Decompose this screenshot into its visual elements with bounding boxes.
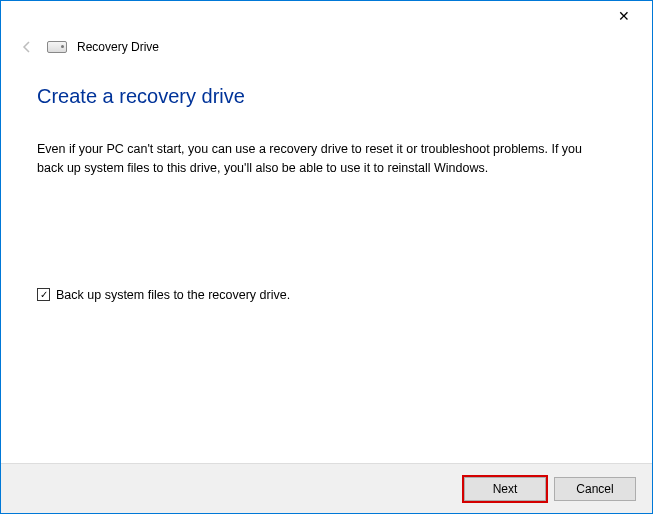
content-area: Create a recovery drive Even if your PC …	[1, 55, 652, 302]
wizard-title: Recovery Drive	[77, 40, 159, 54]
next-button[interactable]: Next	[464, 477, 546, 501]
wizard-footer: Next Cancel	[1, 463, 652, 513]
titlebar: ✕	[1, 1, 652, 31]
page-description: Even if your PC can't start, you can use…	[37, 140, 597, 178]
close-button[interactable]: ✕	[604, 1, 644, 31]
checkmark-icon: ✓	[40, 290, 48, 300]
backup-checkbox[interactable]: ✓	[37, 288, 50, 301]
backup-checkbox-row[interactable]: ✓ Back up system files to the recovery d…	[37, 288, 616, 302]
backup-checkbox-label: Back up system files to the recovery dri…	[56, 288, 290, 302]
back-arrow-icon	[17, 39, 37, 55]
wizard-header: Recovery Drive	[1, 31, 652, 55]
cancel-button[interactable]: Cancel	[554, 477, 636, 501]
drive-icon	[47, 41, 67, 53]
page-heading: Create a recovery drive	[37, 85, 616, 108]
close-icon: ✕	[618, 8, 630, 24]
